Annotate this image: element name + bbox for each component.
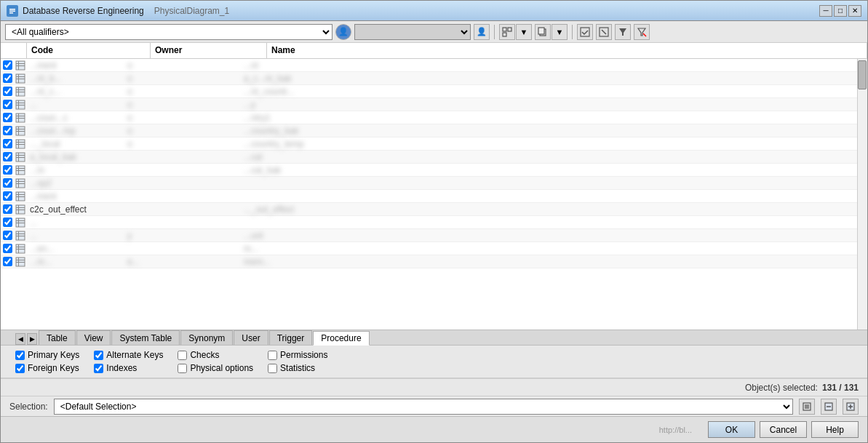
table-row[interactable]: ...m... e... mem...	[1, 255, 867, 268]
toolbar: <All qualifiers> 👤 👤 ▼ ▼	[1, 21, 867, 43]
ok-button[interactable]: OK	[708, 421, 755, 438]
physical-options-checkbox[interactable]	[178, 364, 187, 373]
selection-icon-btn-3[interactable]	[843, 399, 859, 415]
status-label: Object(s) selected:	[745, 383, 818, 393]
selection-combo[interactable]: <Default Selection>	[54, 399, 793, 415]
selection-icon-btn-1[interactable]	[799, 399, 815, 415]
checks-option[interactable]: Checks	[178, 350, 253, 360]
indexes-option[interactable]: Indexes	[94, 363, 163, 373]
indexes-checkbox[interactable]	[94, 364, 103, 373]
close-button[interactable]: ✕	[848, 5, 861, 17]
svg-rect-18	[18, 61, 19, 70]
tab-table[interactable]: Table	[39, 330, 76, 345]
row-checkbox-6[interactable]	[1, 126, 14, 135]
filter-btn-2[interactable]	[634, 24, 650, 40]
table-row[interactable]: ...ment o ...nt	[1, 59, 867, 72]
table-row[interactable]: ...en... m...	[1, 242, 867, 255]
foreign-keys-option[interactable]: Foreign Keys	[15, 363, 79, 373]
svg-rect-60	[16, 207, 25, 208]
primary-keys-checkbox[interactable]	[15, 351, 25, 360]
checks-checkbox[interactable]	[178, 351, 187, 360]
view-btn-2[interactable]: ▼	[516, 24, 532, 40]
svg-rect-28	[16, 103, 25, 103]
scrollbar-track[interactable]	[857, 59, 867, 330]
alternate-keys-checkbox[interactable]	[94, 351, 103, 360]
row-checkbox-11[interactable]	[1, 191, 14, 201]
tab-user[interactable]: User	[234, 330, 268, 345]
row-checkbox-13[interactable]	[1, 217, 14, 227]
row-checkbox-15[interactable]	[1, 244, 14, 253]
tab-next-btn[interactable]: ▶	[27, 333, 37, 345]
maximize-button[interactable]: □	[834, 5, 847, 17]
qualifier-select[interactable]: <All qualifiers>	[5, 24, 333, 40]
table-row[interactable]: ...ment	[1, 190, 867, 203]
permissions-checkbox[interactable]	[268, 351, 277, 360]
row-checkbox-1[interactable]	[1, 60, 14, 70]
cancel-button[interactable]: Cancel	[760, 421, 807, 438]
statistics-checkbox[interactable]	[268, 364, 277, 373]
table-row[interactable]: ..._local o ...country_temp	[1, 137, 867, 151]
table-scroll[interactable]: ...ment o ...nt ...nt_b... o a_c...nt_ba…	[1, 59, 867, 330]
table-row[interactable]: ...op2	[1, 177, 867, 190]
svg-rect-38	[18, 127, 19, 135]
svg-rect-72	[16, 247, 25, 247]
search-combo[interactable]	[354, 24, 471, 40]
row-checkbox-12[interactable]	[1, 204, 14, 214]
row-checkbox-3[interactable]	[1, 87, 14, 96]
user-icon-btn[interactable]: 👤	[335, 24, 351, 40]
selection-icon-btn-2[interactable]	[821, 399, 837, 415]
physical-options-option[interactable]: Physical options	[178, 363, 253, 373]
row-checkbox-7[interactable]	[1, 139, 14, 148]
table-row[interactable]: ...coun...c o ...ntry1	[1, 111, 867, 124]
copy-btn-2[interactable]: ▼	[552, 24, 568, 40]
permissions-option[interactable]: Permissions	[268, 350, 327, 360]
row-checkbox-16[interactable]	[1, 257, 14, 266]
table-row[interactable]: ...nt_b... o a_c...nt_bak	[1, 72, 867, 85]
copy-btn[interactable]	[535, 24, 551, 40]
row-checkbox-14[interactable]	[1, 231, 14, 240]
filter-btn[interactable]	[615, 24, 631, 40]
table-row[interactable]: ...nt_c... o ...nt_countr...	[1, 85, 867, 98]
status-value: 131 / 131	[822, 383, 859, 393]
svg-rect-80	[805, 404, 809, 409]
table-row[interactable]: ...	[1, 216, 867, 229]
svg-rect-1	[9, 9, 15, 10]
primary-keys-option[interactable]: Primary Keys	[15, 350, 79, 360]
minimize-button[interactable]: ─	[819, 5, 832, 17]
table-row[interactable]: ...coun...mp o ...country_bak	[1, 124, 867, 137]
tab-procedure[interactable]: Procedure	[313, 331, 369, 346]
alternate-keys-option[interactable]: Alternate Keys	[94, 350, 163, 360]
table-icon-3	[14, 87, 27, 97]
permissions-label: Permissions	[280, 350, 327, 360]
table-row[interactable]: a_local_bak ...cal	[1, 151, 867, 164]
code-cell-16: ...m...	[27, 257, 124, 267]
code-cell-13: ...	[27, 217, 124, 228]
person-search-btn[interactable]: 👤	[474, 24, 490, 40]
foreign-keys-checkbox[interactable]	[15, 364, 25, 373]
statistics-option[interactable]: Statistics	[268, 363, 327, 373]
table-row[interactable]: ... o ...y	[1, 98, 867, 111]
tab-synonym[interactable]: Synonym	[180, 330, 233, 345]
tab-system-table[interactable]: System Table	[111, 330, 180, 345]
svg-line-14	[643, 33, 646, 36]
row-checkbox-9[interactable]	[1, 165, 14, 175]
tab-trigger[interactable]: Trigger	[269, 330, 313, 345]
row-checkbox-10[interactable]	[1, 178, 14, 188]
row-checkbox-5[interactable]	[1, 113, 14, 122]
tab-prev-btn[interactable]: ◀	[15, 333, 25, 345]
view-btn-1[interactable]	[499, 24, 515, 40]
owner-cell-1: o	[124, 60, 241, 71]
main-window: Database Reverse Engineering PhysicalDia…	[0, 0, 868, 443]
tab-view[interactable]: View	[76, 330, 111, 345]
table-row[interactable]: c2c_out_effect ..._out_effect	[1, 203, 867, 216]
select-all-btn[interactable]	[577, 24, 593, 40]
table-row[interactable]: ...m ...cal_bak	[1, 164, 867, 177]
scrollbar-thumb[interactable]	[858, 60, 867, 89]
help-button[interactable]: Help	[811, 421, 859, 438]
deselect-btn[interactable]	[596, 24, 612, 40]
table-row[interactable]: ... y ...unt	[1, 229, 867, 242]
owner-column-header: Owner	[151, 43, 267, 58]
row-checkbox-2[interactable]	[1, 73, 14, 83]
row-checkbox-8[interactable]	[1, 152, 14, 161]
row-checkbox-4[interactable]	[1, 100, 14, 109]
